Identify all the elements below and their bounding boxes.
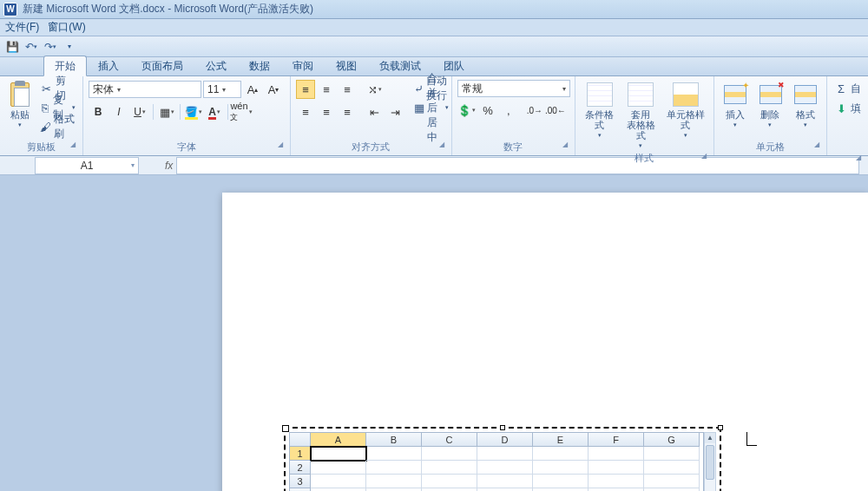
align-right-button[interactable]: ≡ xyxy=(338,102,357,121)
underline-button[interactable]: U▾ xyxy=(130,102,149,121)
save-icon[interactable]: 💾 xyxy=(5,40,19,54)
fill-down-icon: ⬇ xyxy=(834,101,848,115)
fill-color-button[interactable]: 🪣▾ xyxy=(184,102,203,121)
cell[interactable] xyxy=(533,475,589,488)
row-header[interactable]: 1 xyxy=(290,447,311,461)
title-bar: W 新建 Microsoft Word 文档.docx - Microsoft … xyxy=(0,0,868,19)
decrease-indent-button[interactable]: ⇤ xyxy=(365,102,385,121)
grow-font-button[interactable]: A▴ xyxy=(243,80,262,99)
orientation-button[interactable]: ⤭▾ xyxy=(365,80,385,99)
number-format-combo[interactable]: 常规▾ xyxy=(457,80,570,97)
cell[interactable] xyxy=(589,447,644,461)
table-format-label: 套用 表格格式 xyxy=(625,109,655,141)
paste-button[interactable]: 粘贴 ▾ xyxy=(5,80,35,130)
font-family-combo[interactable]: 宋体▾ xyxy=(89,81,201,98)
select-all-corner[interactable] xyxy=(290,433,311,447)
row-header[interactable]: 2 xyxy=(290,461,311,475)
cell[interactable] xyxy=(311,447,366,461)
merge-center-button[interactable]: ▦合并后居中▾ xyxy=(412,99,450,116)
align-middle-button[interactable]: ≡ xyxy=(317,80,336,99)
cell[interactable] xyxy=(644,475,700,488)
menu-file[interactable]: 文件(F) xyxy=(5,20,39,35)
cell[interactable] xyxy=(311,475,366,488)
redo-icon[interactable]: ↷▾ xyxy=(43,40,57,54)
fx-icon[interactable]: fx xyxy=(165,160,173,172)
increase-indent-button[interactable]: ⇥ xyxy=(386,102,405,121)
cell[interactable] xyxy=(589,461,644,475)
cell[interactable] xyxy=(477,447,533,461)
formula-input[interactable] xyxy=(176,157,859,174)
table-format-button[interactable]: 套用 表格格式▾ xyxy=(621,80,659,151)
cell[interactable] xyxy=(311,461,366,475)
column-header-c[interactable]: C xyxy=(422,433,477,447)
text-cursor-indicator xyxy=(746,432,757,446)
tab-pagelayout[interactable]: 页面布局 xyxy=(130,56,194,75)
cell[interactable] xyxy=(644,447,700,461)
tab-insert[interactable]: 插入 xyxy=(87,56,130,75)
tab-data[interactable]: 数据 xyxy=(238,56,281,75)
vertical-scrollbar[interactable]: ▲ ▼ xyxy=(704,432,716,491)
column-header-g[interactable]: G xyxy=(644,433,700,447)
insert-cells-button[interactable]: 插入▾ xyxy=(720,80,751,130)
menu-window[interactable]: 窗口(W) xyxy=(48,20,85,35)
cell[interactable] xyxy=(422,447,477,461)
column-header-e[interactable]: E xyxy=(533,433,589,447)
excel-embedded-object[interactable]: A B C D E F G 12345678910 ▲ ▼ ⏮ ◀ ▶ ⏭ Sh… xyxy=(284,427,721,491)
wrap-icon: ⤶ xyxy=(414,82,424,95)
align-top-button[interactable]: ≡ xyxy=(296,80,315,99)
tab-loadtest[interactable]: 负载测试 xyxy=(368,56,432,75)
comma-button[interactable]: , xyxy=(499,101,518,120)
decrease-decimal-button[interactable]: .00← xyxy=(546,101,565,120)
qat-customize-icon[interactable]: ▾ xyxy=(62,40,76,54)
increase-decimal-button[interactable]: .0→ xyxy=(525,101,544,120)
insert-cell-icon xyxy=(724,85,746,104)
italic-button[interactable]: I xyxy=(109,102,128,121)
cell[interactable] xyxy=(366,447,422,461)
resize-handle[interactable] xyxy=(500,425,505,430)
name-box[interactable]: A1 ▾ xyxy=(35,157,139,174)
number-format-value: 常规 xyxy=(462,82,483,96)
font-color-button[interactable]: A▾ xyxy=(205,102,224,121)
column-header-a[interactable]: A xyxy=(311,433,366,447)
cell[interactable] xyxy=(366,475,422,488)
cell[interactable] xyxy=(366,461,422,475)
shrink-font-button[interactable]: A▾ xyxy=(264,80,283,99)
column-header-d[interactable]: D xyxy=(477,433,533,447)
scroll-up-icon[interactable]: ▲ xyxy=(705,433,715,443)
autosum-button[interactable]: Σ自 xyxy=(832,80,863,97)
cell[interactable] xyxy=(533,447,589,461)
resize-handle[interactable] xyxy=(718,425,723,430)
align-bottom-button[interactable]: ≡ xyxy=(338,80,357,99)
cell[interactable] xyxy=(589,475,644,488)
align-left-button[interactable]: ≡ xyxy=(296,102,315,121)
cell[interactable] xyxy=(477,475,533,488)
font-size-combo[interactable]: 11▾ xyxy=(203,81,241,98)
borders-button[interactable]: ▦▾ xyxy=(157,102,176,121)
phonetic-button[interactable]: wén文▾ xyxy=(232,102,251,121)
accounting-format-button[interactable]: 💲▾ xyxy=(457,101,477,120)
cell[interactable] xyxy=(533,461,589,475)
percent-button[interactable]: % xyxy=(478,101,497,120)
column-header-f[interactable]: F xyxy=(589,433,644,447)
cell[interactable] xyxy=(422,461,477,475)
format-cells-button[interactable]: 格式▾ xyxy=(790,80,821,130)
bold-button[interactable]: B xyxy=(89,102,108,121)
fill-button[interactable]: ⬇填 xyxy=(832,100,863,117)
cell[interactable] xyxy=(644,461,700,475)
row-header[interactable]: 3 xyxy=(290,475,311,488)
tab-view[interactable]: 视图 xyxy=(325,56,368,75)
align-center-button[interactable]: ≡ xyxy=(317,102,336,121)
column-header-b[interactable]: B xyxy=(366,433,422,447)
name-box-value: A1 xyxy=(81,160,94,172)
tab-formulas[interactable]: 公式 xyxy=(194,56,238,75)
scroll-thumb[interactable] xyxy=(706,445,714,480)
conditional-format-button[interactable]: 条件格式▾ xyxy=(581,80,618,141)
tab-review[interactable]: 审阅 xyxy=(281,56,325,75)
cell[interactable] xyxy=(422,475,477,488)
format-painter-button[interactable]: 🖌格式刷 xyxy=(38,118,77,135)
cell-style-button[interactable]: 单元格样式▾ xyxy=(663,80,708,141)
undo-icon[interactable]: ↶▾ xyxy=(24,40,38,54)
delete-cells-button[interactable]: 删除▾ xyxy=(754,80,786,130)
cell[interactable] xyxy=(477,461,533,475)
spreadsheet-grid[interactable]: A B C D E F G 12345678910 xyxy=(289,432,704,491)
